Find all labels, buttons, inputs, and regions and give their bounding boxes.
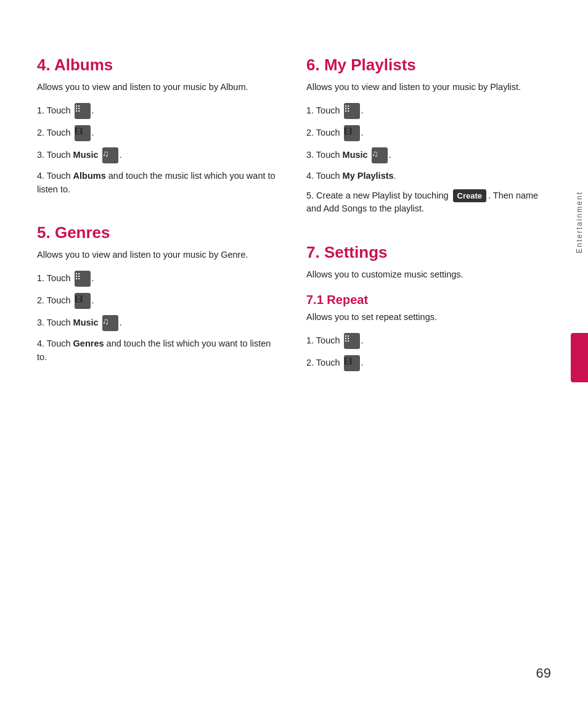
genres-step-4: 4. Touch Genres and touch the list which… [37, 337, 282, 364]
sidebar-label: Entertainment [575, 191, 584, 253]
film-icon [344, 355, 360, 371]
myplaylists-step-5: 5. Create a new Playlist by touching Cre… [306, 189, 551, 216]
genres-step-2: 2. Touch . [37, 293, 282, 309]
page-content: 4. Albums Allows you to view and listen … [0, 0, 588, 706]
film-icon [344, 125, 360, 141]
sidebar-tab [571, 333, 588, 382]
myplaylists-step-3: 3. Touch Music . [306, 147, 551, 163]
section-myplaylists: 6. My Playlists Allows you to view and l… [306, 49, 551, 222]
albums-desc: Allows you to view and listen to your mu… [37, 81, 282, 94]
settings-title: 7. Settings [306, 243, 551, 262]
genres-step-3: 3. Touch Music . [37, 315, 282, 331]
page-number: 69 [536, 665, 551, 681]
repeat-step-1: 1. Touch . [306, 333, 551, 349]
settings-desc: Allows you to customize music settings. [306, 268, 551, 282]
section-genres: 5. Genres Allows you to view and listen … [37, 217, 282, 370]
myplaylists-step-1: 1. Touch . [306, 103, 551, 119]
albums-step-2: 2. Touch . [37, 125, 282, 141]
subsection-repeat: 7.1 Repeat Allows you to set repeat sett… [306, 293, 551, 371]
grid-icon [344, 333, 360, 349]
film-icon [75, 125, 91, 141]
repeat-step-2: 2. Touch . [306, 355, 551, 371]
repeat-title: 7.1 Repeat [306, 293, 551, 307]
music-icon [102, 315, 118, 331]
albums-step-3: 3. Touch Music . [37, 147, 282, 163]
film-icon [75, 293, 91, 309]
genres-title: 5. Genres [37, 223, 282, 242]
left-column: 4. Albums Allows you to view and listen … [37, 49, 282, 669]
myplaylists-title: 6. My Playlists [306, 55, 551, 75]
albums-step-1: 1. Touch . [37, 103, 282, 119]
genres-desc: Allows you to view and listen to your mu… [37, 248, 282, 262]
myplaylists-step-2: 2. Touch . [306, 125, 551, 141]
genres-step-1: 1. Touch . [37, 271, 282, 287]
albums-title: 4. Albums [37, 55, 282, 75]
myplaylists-desc: Allows you to view and listen to your mu… [306, 81, 551, 94]
myplaylists-step-4: 4. Touch My Playlists. [306, 170, 551, 183]
grid-icon [344, 103, 360, 119]
albums-step-4: 4. Touch Albums and touch the music list… [37, 170, 282, 197]
section-albums: 4. Albums Allows you to view and listen … [37, 49, 282, 202]
grid-icon [75, 271, 91, 287]
music-icon [102, 147, 118, 163]
create-button-label: Create [453, 189, 486, 203]
section-settings: 7. Settings Allows you to customize musi… [306, 237, 551, 377]
grid-icon [75, 103, 91, 119]
repeat-desc: Allows you to set repeat settings. [306, 311, 551, 324]
sidebar-label-wrap: Entertainment [571, 191, 588, 256]
right-column: 6. My Playlists Allows you to view and l… [306, 49, 551, 669]
music-icon [372, 147, 388, 163]
